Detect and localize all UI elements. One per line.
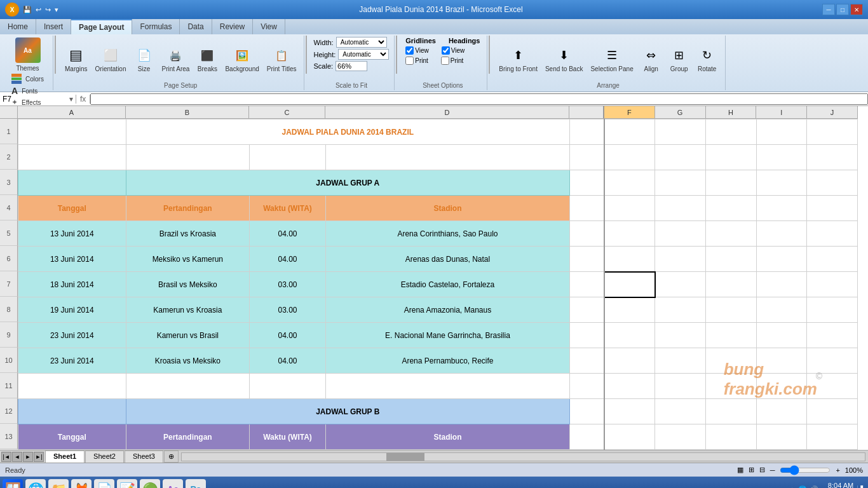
row-num-3[interactable]: 3 <box>0 170 18 195</box>
cell-i5[interactable] <box>756 221 807 247</box>
cell-time-7[interactable]: 03.00 <box>250 272 326 297</box>
cell-stadium-6[interactable]: Arenas das Dunas, Natal <box>325 247 569 272</box>
cell-i6[interactable] <box>756 247 807 272</box>
cell-date-9[interactable]: 23 Juni 2014 <box>18 323 126 348</box>
cell-waktu-b-header[interactable]: Waktu (WITA) <box>250 424 326 450</box>
cell-e11[interactable] <box>570 374 605 399</box>
cell-j13[interactable] <box>807 424 858 450</box>
cell-tanggal-header[interactable]: Tanggal <box>18 196 126 221</box>
cell-e10[interactable] <box>570 348 605 374</box>
cell-tanggal-b-header[interactable]: Tanggal <box>18 424 126 450</box>
cell-stadium-9[interactable]: E. Nacional Mane Garrincha, Brasilia <box>325 323 569 348</box>
zoom-slider[interactable] <box>780 465 831 475</box>
cell-i8[interactable] <box>756 297 807 323</box>
themes-button[interactable]: Aa Themes <box>10 37 46 72</box>
cell-h10[interactable] <box>706 348 757 374</box>
taskbar-explorer[interactable]: 📁 <box>48 479 69 488</box>
tab-view[interactable]: View <box>253 19 285 34</box>
cell-time-6[interactable]: 04.00 <box>250 247 326 272</box>
row-num-5[interactable]: 5 <box>0 220 18 246</box>
cell-title[interactable]: JADWAL PIALA DUNIA 2014 BRAZIL <box>126 119 570 145</box>
cell-a11[interactable] <box>18 374 126 399</box>
cell-j2[interactable] <box>807 145 858 170</box>
cell-stadion-b-header[interactable]: Stadion <box>325 424 569 450</box>
bring-to-front-button[interactable]: ⬆ Bring to Front <box>496 44 540 74</box>
cell-b11[interactable] <box>126 374 250 399</box>
cell-group-a[interactable]: JADWAL GRUP A <box>126 170 570 196</box>
tab-insert[interactable]: Insert <box>36 19 71 34</box>
width-select[interactable]: Automatic <box>336 37 387 48</box>
customize-quick-btn[interactable]: ▾ <box>53 6 60 14</box>
cell-stadium-7[interactable]: Estadio Castelao, Fortaleza <box>325 272 569 297</box>
cell-i12[interactable] <box>756 399 807 424</box>
cell-h12[interactable] <box>706 399 757 424</box>
print-titles-button[interactable]: 📋 Print Titles <box>264 44 299 74</box>
col-header-j[interactable]: J <box>807 106 858 118</box>
cell-pertandingan-b-header[interactable]: Pertandingan <box>126 424 250 450</box>
tray-arrow[interactable]: ▲ <box>789 485 796 488</box>
zoom-out-btn[interactable]: ─ <box>770 466 775 474</box>
headings-view-check[interactable] <box>442 46 450 55</box>
headings-print-check[interactable] <box>441 57 449 65</box>
sheet-tab-3[interactable]: Sheet3 <box>125 451 163 463</box>
cell-f1[interactable] <box>604 119 655 145</box>
sheet-scroll[interactable] <box>181 452 865 461</box>
cell-j12[interactable] <box>807 399 858 424</box>
col-header-h[interactable]: H <box>706 106 757 118</box>
cell-h2[interactable] <box>706 145 757 170</box>
cell-e7[interactable] <box>570 272 605 297</box>
cell-f4[interactable] <box>604 196 655 221</box>
redo-quick-btn[interactable]: ↪ <box>44 6 52 14</box>
row-num-13[interactable]: 13 <box>0 424 18 449</box>
tab-page-layout[interactable]: Page Layout <box>71 19 132 34</box>
sheet-nav-first[interactable]: |◄ <box>1 452 11 462</box>
cell-j3[interactable] <box>807 170 858 196</box>
cell-j9[interactable] <box>807 323 858 348</box>
cell-f13[interactable] <box>604 424 655 450</box>
cell-f8[interactable] <box>604 297 655 323</box>
cell-time-5[interactable]: 04.00 <box>250 221 326 247</box>
cell-e6[interactable] <box>570 247 605 272</box>
background-button[interactable]: 🖼️ Background <box>222 44 261 74</box>
send-to-back-button[interactable]: ⬇ Send to Back <box>543 44 585 74</box>
cell-i4[interactable] <box>756 196 807 221</box>
cell-h3[interactable] <box>706 170 757 196</box>
col-header-d[interactable]: D <box>325 106 569 118</box>
tab-data[interactable]: Data <box>180 19 212 34</box>
cell-h5[interactable] <box>706 221 757 247</box>
minimize-btn[interactable]: ─ <box>822 4 835 15</box>
sheet-tab-1[interactable]: Sheet1 <box>45 451 85 463</box>
cell-match-5[interactable]: Brazil vs Kroasia <box>126 221 250 247</box>
cell-h6[interactable] <box>706 247 757 272</box>
undo-quick-btn[interactable]: ↩ <box>34 6 43 14</box>
cell-j6[interactable] <box>807 247 858 272</box>
cell-h8[interactable] <box>706 297 757 323</box>
cell-g11[interactable] <box>655 374 706 399</box>
row-num-7[interactable]: 7 <box>0 271 18 297</box>
cell-g6[interactable] <box>655 247 706 272</box>
tray-network[interactable]: 🌐 <box>798 485 807 489</box>
row-num-10[interactable]: 10 <box>0 348 18 373</box>
fx-button[interactable]: fx <box>76 95 90 104</box>
cell-e13[interactable] <box>570 424 605 450</box>
cell-g7[interactable] <box>655 272 706 297</box>
taskbar-ps[interactable]: Ps <box>186 479 206 488</box>
cell-g10[interactable] <box>655 348 706 374</box>
cell-i2[interactable] <box>756 145 807 170</box>
cell-date-10[interactable]: 23 Juni 2014 <box>18 348 126 374</box>
cell-d2[interactable] <box>325 145 569 170</box>
col-header-a[interactable]: A <box>18 106 126 118</box>
cell-waktu-header[interactable]: Waktu (WITA) <box>250 196 326 221</box>
cell-h11[interactable] <box>706 374 757 399</box>
cell-f6[interactable] <box>604 247 655 272</box>
taskbar-chrome[interactable]: 🌐 <box>25 479 46 488</box>
cell-date-5[interactable]: 13 Juni 2014 <box>18 221 126 247</box>
cell-h4[interactable] <box>706 196 757 221</box>
cell-time-10[interactable]: 04.00 <box>250 348 326 374</box>
cell-g9[interactable] <box>655 323 706 348</box>
col-header-b[interactable]: B <box>126 106 250 118</box>
cell-a12[interactable] <box>18 399 126 424</box>
group-button[interactable]: ⊞ Group <box>667 44 692 74</box>
cell-match-10[interactable]: Kroasia vs Meksiko <box>126 348 250 374</box>
cell-f12[interactable] <box>604 399 655 424</box>
